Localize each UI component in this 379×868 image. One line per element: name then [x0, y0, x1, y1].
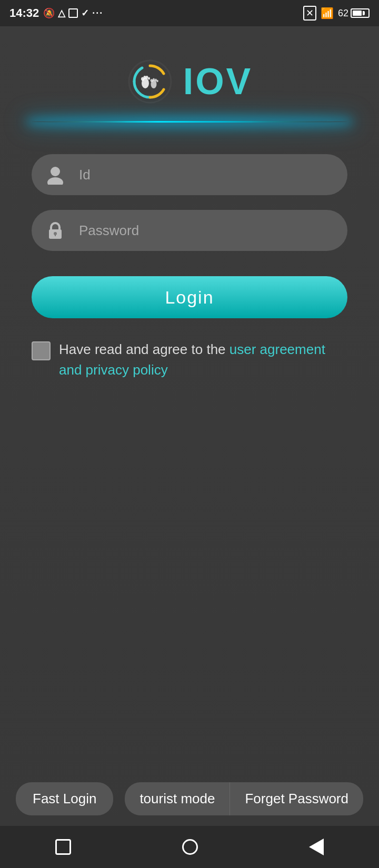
status-bar: 14:32 🔕 △ ✓ ··· ✕ 📶 62: [0, 0, 379, 26]
status-right: ✕ 📶 62: [303, 6, 370, 21]
bottom-buttons-row: Fast Login tourist mode Forget Password: [0, 782, 379, 815]
android-nav-bar: [0, 826, 379, 868]
mute-icon: 🔕: [43, 7, 55, 19]
more-icon: ···: [92, 8, 103, 19]
time-display: 14:32: [9, 6, 39, 20]
forget-password-button[interactable]: Forget Password: [230, 782, 363, 815]
main-content: IOV Login Have read and agree: [0, 26, 379, 826]
agreement-label: Have read and agree to the user agreemen…: [59, 339, 347, 380]
x-icon: ✕: [303, 6, 316, 21]
status-icons: 🔕 △ ✓ ···: [43, 7, 103, 19]
svg-point-5: [148, 77, 150, 80]
nav-back-icon[interactable]: [309, 839, 324, 855]
app-name: IOV: [183, 60, 253, 103]
square-icon: [68, 8, 78, 18]
wifi-icon: 📶: [321, 7, 334, 19]
battery-icon: [351, 8, 370, 18]
nav-home-icon[interactable]: [182, 839, 198, 855]
svg-point-11: [51, 167, 60, 176]
lock-icon: [43, 218, 67, 243]
svg-rect-15: [55, 234, 56, 236]
tourist-mode-button[interactable]: tourist mode: [125, 782, 230, 815]
user-icon: [43, 163, 67, 187]
logo-icon: [126, 58, 174, 105]
status-left: 14:32 🔕 △ ✓ ···: [9, 6, 103, 20]
logo-area: IOV: [126, 58, 253, 105]
svg-point-7: [150, 79, 153, 82]
agreement-area: Have read and agree to the user agreemen…: [32, 339, 347, 380]
nav-square-icon[interactable]: [55, 839, 71, 855]
svg-point-4: [145, 76, 148, 79]
svg-point-12: [47, 177, 63, 185]
agreement-checkbox[interactable]: [32, 341, 51, 360]
tourist-forget-group: tourist mode Forget Password: [125, 782, 363, 815]
fast-login-button[interactable]: Fast Login: [16, 782, 113, 815]
svg-point-10: [156, 80, 158, 82]
notification-icon: △: [58, 7, 65, 19]
login-button[interactable]: Login: [32, 276, 347, 318]
glow-divider: [32, 121, 347, 123]
password-input-group: [32, 210, 347, 251]
battery-display: 62: [338, 8, 370, 19]
password-input[interactable]: [32, 210, 347, 251]
agreement-static-text: Have read and agree to the: [59, 341, 230, 357]
check-icon: ✓: [81, 7, 89, 19]
svg-point-8: [153, 78, 155, 81]
id-input-group: [32, 154, 347, 195]
id-input[interactable]: [32, 154, 347, 195]
